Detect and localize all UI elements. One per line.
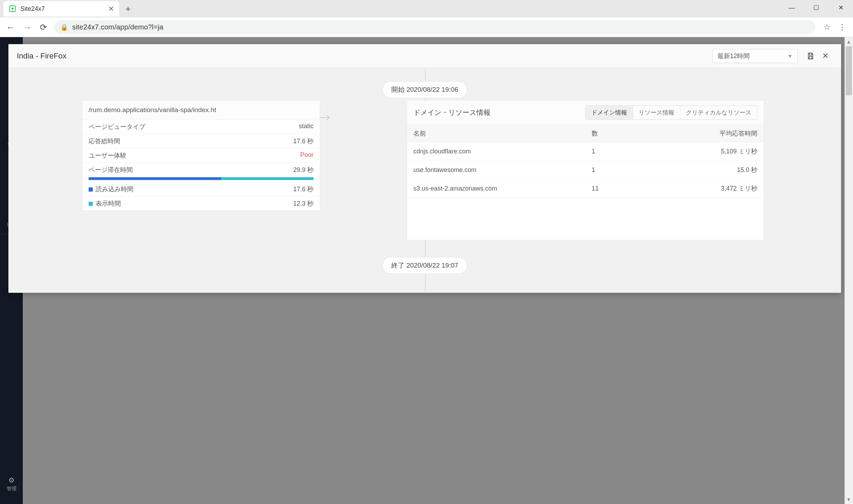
legend-square-cyan — [89, 202, 93, 206]
tab-critical-resource[interactable]: クリティカルなリソース — [680, 106, 757, 119]
tab-close-icon[interactable]: ✕ — [108, 5, 114, 13]
bar-segment-display — [221, 177, 314, 180]
metric-value: 29.9 秒 — [293, 166, 314, 174]
tab-title: Site24x7 — [20, 5, 105, 13]
metric-row-display: 表示時間 12.3 秒 — [82, 196, 320, 210]
domain-resource-card: ドメイン・リソース情報 ドメイン情報 リソース情報 クリティカルなリソース 名前… — [407, 100, 764, 240]
cell-name: cdnjs.cloudflare.com — [407, 142, 585, 161]
address-bar[interactable]: 🔒 site24x7.com/app/demo?l=ja — [54, 20, 815, 34]
metric-label: 応答総時間 — [89, 137, 120, 145]
lock-icon: 🔒 — [60, 23, 68, 31]
domain-card-header: ドメイン・リソース情報 ドメイン情報 リソース情報 クリティカルなリソース — [407, 101, 764, 125]
metric-value: 12.3 秒 — [293, 199, 314, 208]
page-viewport: ホ W G ア サ VM G ネ ア ア レポ ⚙ 管理 India - Fir… — [0, 37, 853, 504]
detail-modal: India - FireFox 最新12時間 ▼ ✕ 開始 2020/08/22… — [8, 44, 841, 293]
tab-domain-info[interactable]: ドメイン情報 — [586, 106, 633, 119]
legend-square-blue — [89, 187, 93, 192]
timeline-end-pill: 終了 2020/08/22 19:07 — [383, 257, 467, 274]
scroll-down-icon[interactable]: ▼ — [845, 495, 853, 504]
metric-label: 表示時間 — [89, 199, 121, 208]
pageview-card: /rum.demo.applications/vanilla-spa/index… — [82, 100, 320, 211]
favicon-icon — [8, 5, 17, 13]
window-maximize-button[interactable]: ☐ — [804, 0, 828, 15]
time-split-bar — [82, 177, 320, 182]
address-bar-row: ← → ⟳ 🔒 site24x7.com/app/demo?l=ja ☆ ⋮ — [0, 18, 853, 37]
metric-label: 読み込み時間 — [89, 185, 133, 193]
metric-row-stay: ページ滞在時間 29.9 秒 — [82, 163, 320, 177]
url-text: site24x7.com/app/demo?l=ja — [72, 23, 163, 31]
tab-resource-info[interactable]: リソース情報 — [633, 106, 680, 119]
chevron-down-icon: ▼ — [787, 53, 792, 59]
table-row[interactable]: cdnjs.cloudflare.com15,109 ミリ秒 — [407, 142, 764, 161]
modal-body: 開始 2020/08/22 19:06 19:06 2020/08/22 終了 … — [8, 68, 841, 293]
metric-value: Poor — [300, 151, 314, 160]
sidebar-settings[interactable]: ⚙ 管理 — [0, 471, 23, 497]
nav-back-button[interactable]: ← — [5, 21, 16, 34]
time-range-select[interactable]: 最新12時間 ▼ — [712, 49, 798, 63]
table-row[interactable]: s3.us-east-2.amazonaws.com113,472 ミリ秒 — [407, 179, 764, 198]
nav-reload-button[interactable]: ⟳ — [39, 21, 48, 34]
metric-value: 17.6 秒 — [293, 185, 314, 193]
tab-bar: Site24x7 ✕ + ― ☐ ✕ — [0, 0, 853, 18]
bookmark-star-icon[interactable]: ☆ — [824, 23, 831, 32]
cell-name: use.fontawesome.com — [407, 161, 585, 179]
timeline-start-pill: 開始 2020/08/22 19:06 — [383, 81, 467, 98]
sidebar-settings-label: 管理 — [7, 486, 16, 491]
domain-card-title: ドメイン・リソース情報 — [413, 108, 585, 117]
cell-count: 1 — [585, 161, 657, 179]
browser-menu-icon[interactable]: ⋮ — [836, 23, 848, 32]
metric-row-response: 応答総時間 17.6 秒 — [82, 134, 320, 149]
metric-row-ux: ユーザー体験 Poor — [82, 149, 320, 163]
col-name[interactable]: 名前 — [407, 125, 585, 142]
metric-value: 17.6 秒 — [293, 137, 314, 145]
cell-name: s3.us-east-2.amazonaws.com — [407, 179, 585, 198]
modal-header: India - FireFox 最新12時間 ▼ ✕ — [8, 44, 841, 68]
window-close-button[interactable]: ✕ — [828, 0, 853, 15]
cell-avg: 3,472 ミリ秒 — [657, 179, 764, 198]
table-row[interactable]: use.fontawesome.com115.0 秒 — [407, 161, 764, 179]
svg-rect-2 — [809, 56, 812, 58]
domain-table: 名前 数 平均応答時間 cdnjs.cloudflare.com15,109 ミ… — [407, 125, 764, 198]
metric-label: ユーザー体験 — [89, 151, 126, 160]
save-icon[interactable] — [803, 49, 818, 63]
browser-chrome: Site24x7 ✕ + ― ☐ ✕ ← → ⟳ 🔒 site24x7.com/… — [0, 0, 853, 37]
window-controls: ― ☐ ✕ — [779, 0, 853, 15]
nav-forward-button[interactable]: → — [22, 21, 33, 34]
pageview-path: /rum.demo.applications/vanilla-spa/index… — [82, 101, 320, 120]
time-range-label: 最新12時間 — [717, 52, 750, 60]
close-button[interactable]: ✕ — [818, 49, 833, 63]
metric-row-load: 読み込み時間 17.6 秒 — [82, 182, 320, 196]
col-avg[interactable]: 平均応答時間 — [657, 125, 764, 142]
col-count[interactable]: 数 — [585, 125, 657, 142]
cell-count: 11 — [585, 179, 657, 198]
cell-avg: 5,109 ミリ秒 — [657, 142, 764, 161]
browser-tab[interactable]: Site24x7 ✕ — [4, 1, 119, 16]
vertical-scrollbar[interactable]: ▲ ▼ — [845, 37, 853, 504]
metric-row-pvtype: ページビュータイプ static — [82, 120, 320, 134]
domain-tab-group: ドメイン情報 リソース情報 クリティカルなリソース — [585, 105, 757, 120]
card-connector-arrow-icon — [319, 114, 331, 121]
metric-label: ページ滞在時間 — [89, 166, 133, 174]
scroll-thumb[interactable] — [846, 46, 852, 95]
bar-segment-load — [89, 177, 221, 180]
metric-value: static — [299, 123, 314, 131]
metric-label: ページビュータイプ — [89, 123, 145, 131]
svg-rect-1 — [809, 53, 812, 55]
gear-icon: ⚙ — [2, 476, 21, 484]
window-minimize-button[interactable]: ― — [779, 0, 804, 15]
scroll-up-icon[interactable]: ▲ — [845, 37, 853, 46]
modal-title: India - FireFox — [17, 51, 712, 61]
cell-avg: 15.0 秒 — [657, 161, 764, 179]
new-tab-button[interactable]: + — [125, 4, 131, 14]
cell-count: 1 — [585, 142, 657, 161]
